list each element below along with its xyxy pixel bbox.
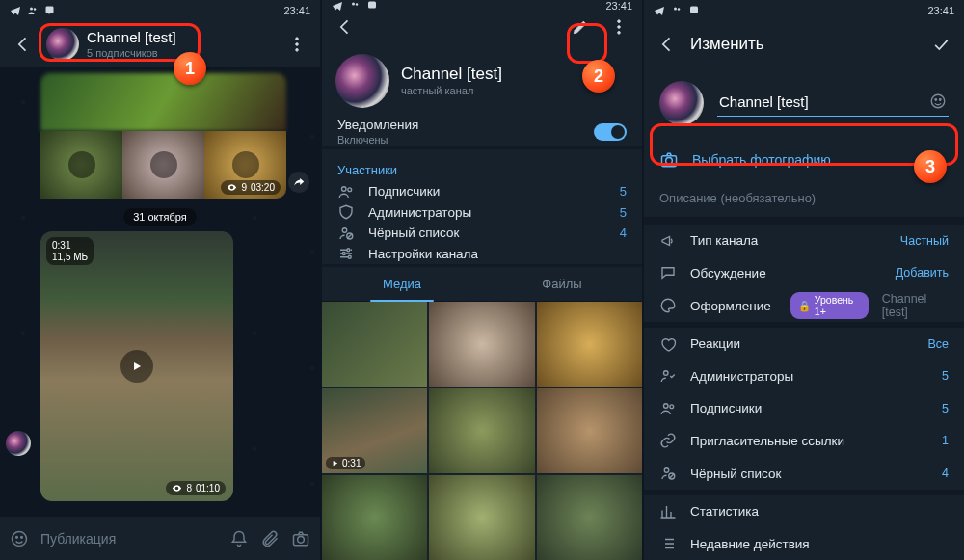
tab-media[interactable]: Медиа <box>322 267 482 301</box>
svg-point-2 <box>296 38 299 40</box>
forward-button[interactable] <box>288 172 309 193</box>
tab-files[interactable]: Файлы <box>482 267 642 301</box>
chat-header[interactable]: Channel [test] 5 подписчиков <box>0 21 320 67</box>
share-icon <box>292 175 306 189</box>
notifications-toggle[interactable] <box>594 123 627 141</box>
emoji-icon[interactable] <box>10 529 29 548</box>
play-button[interactable] <box>120 350 153 383</box>
mute-icon[interactable] <box>229 529 249 548</box>
emoji-button[interactable] <box>929 93 947 114</box>
compose-input[interactable]: Публикация <box>40 531 218 547</box>
album-thumb[interactable] <box>40 131 122 199</box>
reactions-row[interactable]: Реакции Все <box>644 328 964 360</box>
notifications-row[interactable]: Уведомления Включены <box>322 118 642 146</box>
viber-icon <box>688 5 700 16</box>
eye-icon <box>172 483 182 493</box>
description-input[interactable]: Описание (необязательно) <box>644 181 964 217</box>
back-button[interactable] <box>8 29 39 60</box>
media-thumb[interactable]: 0:31 <box>322 388 427 473</box>
svg-point-5 <box>13 531 27 546</box>
status-bar: 23:41 <box>322 0 642 12</box>
back-button[interactable] <box>330 12 361 42</box>
more-vertical-icon <box>609 17 629 37</box>
theme-row[interactable]: Оформление 🔒 Уровень 1+ Channel [test] <box>644 289 964 322</box>
media-grid[interactable]: 0:31 <box>322 302 642 560</box>
channel-title: Channel [test] <box>401 66 502 84</box>
media-thumb[interactable] <box>322 302 427 387</box>
more-button[interactable] <box>603 12 634 42</box>
channel-title-block[interactable]: Channel [test] 5 подписчиков <box>87 30 176 60</box>
subscribers-row[interactable]: Подписчики 5 <box>644 392 964 425</box>
media-thumb[interactable] <box>537 475 642 560</box>
sender-avatar[interactable] <box>6 431 31 456</box>
edit-button[interactable] <box>565 12 596 42</box>
banned-icon <box>337 225 355 242</box>
subscribers-row[interactable]: Подписчики 5 <box>322 181 642 202</box>
download-icon[interactable] <box>232 151 259 178</box>
channel-type-row[interactable]: Тип канала Частный <box>644 225 964 257</box>
pencil-icon <box>571 17 590 37</box>
video-message[interactable]: 0:31 11,5 МБ 8 01:10 <box>40 231 233 501</box>
download-icon[interactable] <box>150 151 177 178</box>
svg-point-23 <box>674 8 677 11</box>
channel-subtitle: частный канал <box>401 85 502 96</box>
svg-point-13 <box>618 20 621 23</box>
channel-name-input[interactable] <box>717 90 949 117</box>
megaphone-icon <box>659 232 677 250</box>
channel-avatar[interactable] <box>335 54 389 108</box>
svg-point-7 <box>21 536 23 538</box>
svg-point-4 <box>296 49 299 52</box>
media-thumb[interactable] <box>537 302 642 387</box>
arrow-left-icon <box>657 35 677 54</box>
camera-icon[interactable] <box>291 529 310 548</box>
status-clock: 23:41 <box>605 0 632 12</box>
download-icon[interactable] <box>68 151 95 178</box>
heart-icon <box>659 335 677 353</box>
stats-row[interactable]: Статистика <box>644 495 964 528</box>
panel-profile: 23:41 Channel [test] частный канал Уведо… <box>322 0 642 560</box>
album-message[interactable]: 9 03:20 <box>40 73 286 199</box>
media-thumb[interactable] <box>429 388 534 473</box>
media-thumb[interactable] <box>429 475 534 560</box>
blacklist-row[interactable]: Чёрный список 4 <box>322 223 642 244</box>
channel-subtitle: 5 подписчиков <box>87 47 176 59</box>
choose-photo-row[interactable]: Выбрать фотографию <box>644 139 964 181</box>
chat-scroll[interactable]: 9 03:20 31 октября 0:31 11,5 МБ 8 01:10 <box>0 67 320 516</box>
attach-icon[interactable] <box>260 529 280 548</box>
discussion-row[interactable]: Обсуждение Добавить <box>644 257 964 290</box>
svg-point-18 <box>342 228 347 233</box>
chat-icon <box>659 264 677 281</box>
admins-row[interactable]: Администраторы 5 <box>322 201 642 223</box>
status-bar: 23:41 <box>644 0 964 21</box>
svg-point-1 <box>34 8 37 11</box>
recent-actions-row[interactable]: Недавние действия <box>644 527 964 560</box>
list-icon <box>659 535 677 552</box>
palette-icon <box>659 297 677 314</box>
people-icon <box>659 400 677 417</box>
play-icon <box>130 360 144 373</box>
invite-links-row[interactable]: Пригласительные ссылки 1 <box>644 425 964 458</box>
svg-point-28 <box>940 99 942 101</box>
album-thumb[interactable]: 9 03:20 <box>204 131 286 199</box>
media-thumb[interactable] <box>537 388 642 473</box>
album-hero-image <box>40 73 286 131</box>
svg-rect-25 <box>690 7 698 13</box>
media-thumb[interactable] <box>429 302 534 387</box>
media-thumb[interactable] <box>322 475 427 560</box>
channel-avatar[interactable] <box>46 28 79 61</box>
svg-point-6 <box>16 536 18 538</box>
confirm-button[interactable] <box>925 29 956 60</box>
channel-avatar[interactable] <box>659 81 704 125</box>
back-button[interactable] <box>652 29 683 60</box>
people-icon <box>337 183 355 200</box>
blacklist-row[interactable]: Чёрный список 4 <box>644 457 964 490</box>
album-thumb[interactable] <box>122 131 204 199</box>
stats-icon <box>659 503 677 520</box>
arrow-left-icon <box>335 17 355 37</box>
video-duration-badge: 0:31 <box>326 457 365 469</box>
emoji-icon <box>929 93 947 110</box>
channel-settings-row[interactable]: Настройки канала <box>322 244 642 265</box>
more-button[interactable] <box>281 29 312 60</box>
name-edit-row <box>644 67 964 139</box>
admins-row[interactable]: Администраторы 5 <box>644 360 964 392</box>
